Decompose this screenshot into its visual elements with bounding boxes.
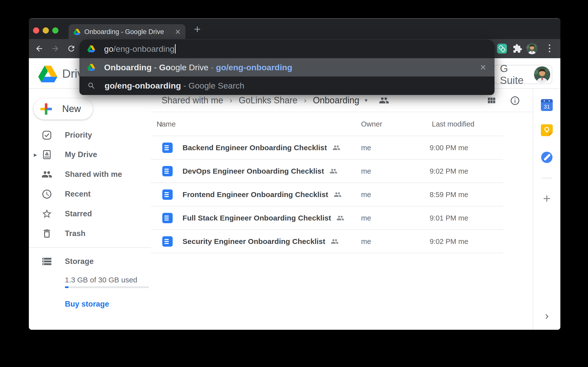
url-typed-text: go [104,44,113,54]
sidebar-item-recent[interactable]: Recent [29,184,151,204]
google-tasks-icon[interactable] [541,151,553,163]
gsuite-label: G Suite [500,63,534,86]
file-row[interactable]: Security Engineer Onboarding Checklist m… [151,230,503,253]
drive-logo-icon[interactable] [38,66,57,82]
sidebar-divider [29,247,151,248]
sidebar-item-starred[interactable]: Starred [29,204,151,224]
browser-window: Onboarding - Google Drive × + [29,18,560,330]
text-cursor [175,44,176,54]
file-name: DevOps Engineer Onboarding Checklist [183,167,324,175]
file-list-area: Shared with me › GoLinks Share › Onboard… [151,89,533,330]
omnibox-dropdown: go/eng-onboarding Onboarding - Google Dr… [79,39,495,95]
people-icon [41,169,52,180]
buy-storage-link[interactable]: Buy storage [65,300,109,309]
browser-profile-avatar[interactable] [526,43,538,54]
file-owner: me [361,144,371,152]
drive-favicon-icon [87,45,95,53]
file-row[interactable]: Full Stack Engineer Onboarding Checklist… [151,206,503,230]
tab-close-icon[interactable]: × [175,27,181,37]
url-input[interactable]: go/eng-onboarding [79,39,495,58]
svg-text:31: 31 [544,104,550,110]
file-row[interactable]: Backend Engineer Onboarding Checklist me… [151,136,503,160]
drive-favicon-icon [74,29,80,35]
multicolor-plus-icon [40,103,52,115]
sidebar-item-storage[interactable]: Storage [29,252,151,271]
browser-menu-icon[interactable] [548,44,551,52]
google-docs-icon [162,166,173,176]
file-name: Security Engineer Onboarding Checklist [183,237,325,246]
file-row[interactable]: Frontend Engineer Onboarding Checklist m… [151,183,503,206]
remove-suggestion-icon[interactable]: × [480,62,486,73]
account-avatar[interactable] [534,66,550,83]
suggestion-drive-result[interactable]: Onboarding - Google Drive - go/eng-onboa… [79,58,495,76]
sidebar-item-my-drive[interactable]: ▸ My Drive [29,145,151,165]
breadcrumb-golinks-share[interactable]: GoLinks Share [239,95,297,106]
suggestion-google-search[interactable]: go/eng-onboarding - Google Search [79,76,495,95]
file-name: Full Stack Engineer Onboarding Checklist [183,214,331,222]
browser-tab[interactable]: Onboarding - Google Drive × [69,24,185,39]
column-header-last-modified[interactable]: Last modified [432,120,475,128]
file-owner: me [361,167,371,175]
tab-strip: Onboarding - Google Drive × + [29,18,560,39]
collapse-panel-icon[interactable]: › [545,310,549,322]
forward-button[interactable] [51,44,60,53]
file-shared-icon [336,214,344,222]
file-name: Backend Engineer Onboarding Checklist [183,144,327,152]
my-drive-icon [41,149,52,160]
drive-favicon-icon [87,64,95,71]
google-docs-icon [162,189,173,200]
file-last-modified: 9:02 PM me [430,167,468,175]
file-owner: me [361,190,371,199]
storage-usage-text: 1.3 GB of 30 GB used [65,276,137,284]
grid-view-icon[interactable] [486,95,496,106]
file-shared-icon [330,167,337,175]
table-header: Name↑ Owner Last modified [151,112,503,136]
breadcrumb-onboarding[interactable]: Onboarding [313,95,359,106]
google-docs-icon [162,143,173,153]
extensions-puzzle-icon[interactable] [513,44,522,54]
panel-divider [541,178,552,178]
reload-button[interactable] [67,44,76,53]
suggestion-url: go/eng-onboarding [216,63,292,72]
tab-title: Onboarding - Google Drive [84,28,173,36]
sidebar-item-trash[interactable]: Trash [29,224,151,243]
expand-caret-icon[interactable]: ▸ [34,151,37,159]
breadcrumb-shared-with-me[interactable]: Shared with me [162,95,223,106]
google-keep-icon[interactable] [541,124,553,136]
new-button-label: New [62,104,81,114]
apps-side-panel: 31 + [533,89,560,330]
macos-zoom-button[interactable] [52,27,58,34]
macos-minimize-button[interactable] [43,27,49,34]
google-docs-icon [162,213,173,223]
file-shared-icon [331,238,339,245]
storage-progress-bar [65,286,149,288]
info-icon[interactable] [510,95,520,106]
file-name: Frontend Engineer Onboarding Checklist [183,190,328,199]
storage-progress-fill [65,286,69,288]
new-tab-button[interactable]: + [190,22,204,36]
back-button[interactable] [35,44,44,53]
file-owner: me [361,237,371,245]
file-last-modified: 9:02 PM me [430,237,468,245]
breadcrumb-separator-icon: › [304,96,307,105]
star-icon [41,208,52,219]
file-last-modified: 9:01 PM me [430,214,468,222]
new-button[interactable]: New [33,98,93,120]
file-shared-icon [332,144,340,152]
google-calendar-icon[interactable]: 31 [541,99,553,111]
file-last-modified: 8:59 PM me [430,190,468,199]
add-app-button[interactable]: + [543,191,551,206]
folder-menu-caret-icon[interactable]: ▾ [365,97,368,104]
column-header-owner[interactable]: Owner [361,120,382,128]
gsuite-badge: G Suite [494,65,552,84]
sort-ascending-icon: ↑ [160,120,163,128]
file-last-modified: 9:00 PM me [430,144,468,152]
golinks-extension-icon[interactable] [497,44,507,54]
macos-close-button[interactable] [33,27,39,34]
file-shared-icon [334,191,342,199]
sidebar-item-priority[interactable]: Priority [29,125,151,145]
file-row[interactable]: DevOps Engineer Onboarding Checklist me … [151,160,503,183]
sidebar-item-shared-with-me[interactable]: Shared with me [29,165,151,184]
drive-page: Drive G Suite [29,58,560,330]
folder-shared-icon [379,95,389,106]
